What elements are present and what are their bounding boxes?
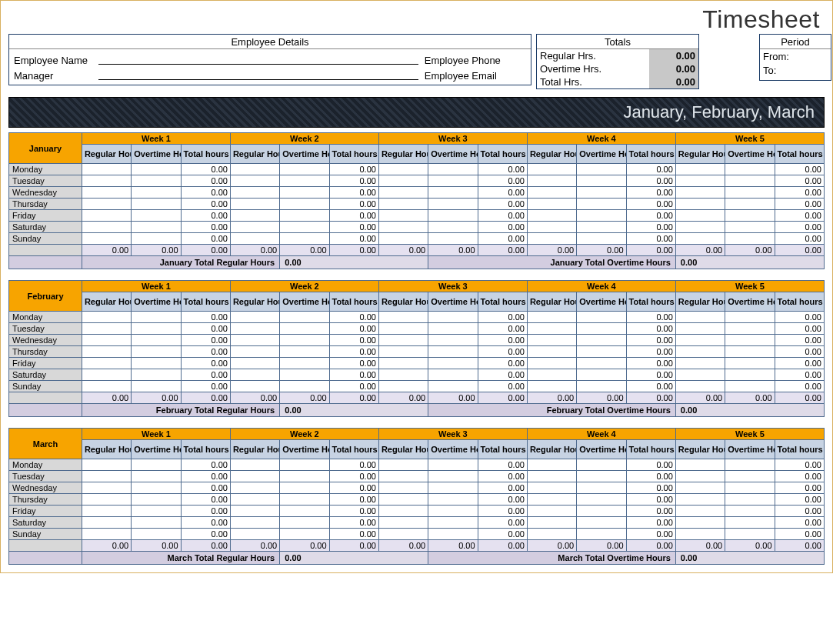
cell[interactable]: [527, 358, 576, 369]
cell[interactable]: 0.00: [626, 540, 675, 552]
cell[interactable]: 0.00: [725, 392, 775, 404]
cell[interactable]: [428, 233, 478, 245]
cell[interactable]: [428, 471, 478, 482]
cell[interactable]: [378, 529, 428, 540]
cell[interactable]: 0.00: [181, 506, 230, 517]
cell[interactable]: [428, 346, 478, 358]
cell[interactable]: 0.00: [329, 175, 378, 187]
cell[interactable]: 0.00: [132, 540, 181, 552]
cell[interactable]: [82, 517, 131, 529]
cell[interactable]: [280, 529, 329, 540]
cell[interactable]: [132, 381, 181, 392]
cell[interactable]: 0.00: [675, 392, 725, 404]
cell[interactable]: 0.00: [775, 506, 824, 517]
cell[interactable]: 0.00: [626, 369, 675, 381]
cell[interactable]: [675, 164, 725, 175]
cell[interactable]: [280, 222, 329, 233]
cell[interactable]: [280, 506, 329, 517]
cell[interactable]: [675, 459, 725, 471]
cell[interactable]: [280, 358, 329, 369]
cell[interactable]: 0.00: [775, 459, 824, 471]
cell[interactable]: [577, 233, 626, 245]
cell[interactable]: [577, 358, 626, 369]
cell[interactable]: [82, 210, 131, 222]
cell[interactable]: 0.00: [329, 517, 378, 529]
cell[interactable]: [577, 529, 626, 540]
cell[interactable]: 0.00: [181, 517, 230, 529]
cell[interactable]: 0.00: [428, 392, 478, 404]
cell[interactable]: [428, 494, 478, 506]
cell[interactable]: 0.00: [775, 233, 824, 245]
cell[interactable]: 0.00: [626, 392, 675, 404]
cell[interactable]: 0.00: [775, 369, 824, 381]
cell[interactable]: 0.00: [626, 381, 675, 392]
cell[interactable]: [280, 233, 329, 245]
cell[interactable]: [132, 312, 181, 323]
cell[interactable]: 0.00: [181, 312, 230, 323]
cell[interactable]: 0.00: [329, 346, 378, 358]
cell[interactable]: 0.00: [478, 222, 527, 233]
cell[interactable]: 0.00: [378, 245, 428, 256]
cell[interactable]: 0.00: [775, 529, 824, 540]
cell[interactable]: [280, 312, 329, 323]
cell[interactable]: 0.00: [626, 323, 675, 335]
cell[interactable]: [132, 233, 181, 245]
cell[interactable]: 0.00: [132, 245, 181, 256]
cell[interactable]: [428, 529, 478, 540]
cell[interactable]: [675, 482, 725, 494]
cell[interactable]: [577, 346, 626, 358]
cell[interactable]: [725, 482, 775, 494]
cell[interactable]: [527, 323, 576, 335]
cell[interactable]: [280, 335, 329, 346]
cell[interactable]: [378, 471, 428, 482]
cell[interactable]: 0.00: [577, 245, 626, 256]
cell[interactable]: [230, 471, 279, 482]
cell[interactable]: [280, 381, 329, 392]
cell[interactable]: 0.00: [181, 392, 230, 404]
cell[interactable]: [675, 233, 725, 245]
cell[interactable]: [230, 164, 279, 175]
cell[interactable]: 0.00: [181, 222, 230, 233]
cell[interactable]: 0.00: [478, 210, 527, 222]
cell[interactable]: 0.00: [230, 540, 279, 552]
cell[interactable]: [675, 506, 725, 517]
cell[interactable]: [577, 482, 626, 494]
cell[interactable]: 0.00: [329, 482, 378, 494]
cell[interactable]: 0.00: [775, 222, 824, 233]
cell[interactable]: 0.00: [478, 517, 527, 529]
cell[interactable]: [280, 199, 329, 210]
cell[interactable]: [82, 369, 131, 381]
cell[interactable]: 0.00: [478, 233, 527, 245]
cell[interactable]: 0.00: [329, 199, 378, 210]
cell[interactable]: [675, 312, 725, 323]
cell[interactable]: [230, 346, 279, 358]
cell[interactable]: [82, 482, 131, 494]
cell[interactable]: [280, 175, 329, 187]
cell[interactable]: [132, 222, 181, 233]
cell[interactable]: [725, 346, 775, 358]
cell[interactable]: [577, 335, 626, 346]
cell[interactable]: 0.00: [329, 164, 378, 175]
cell[interactable]: 0.00: [181, 346, 230, 358]
cell[interactable]: 0.00: [577, 392, 626, 404]
cell[interactable]: [132, 517, 181, 529]
cell[interactable]: [132, 506, 181, 517]
cell[interactable]: [675, 222, 725, 233]
cell[interactable]: [725, 323, 775, 335]
cell[interactable]: 0.00: [181, 529, 230, 540]
cell[interactable]: 0.00: [775, 540, 824, 552]
cell[interactable]: 0.00: [82, 392, 131, 404]
cell[interactable]: 0.00: [181, 199, 230, 210]
cell[interactable]: [428, 199, 478, 210]
cell[interactable]: [378, 346, 428, 358]
cell[interactable]: 0.00: [626, 358, 675, 369]
cell[interactable]: 0.00: [329, 210, 378, 222]
cell[interactable]: [725, 381, 775, 392]
cell[interactable]: [428, 164, 478, 175]
cell[interactable]: 0.00: [378, 392, 428, 404]
cell[interactable]: 0.00: [775, 358, 824, 369]
cell[interactable]: 0.00: [329, 245, 378, 256]
cell[interactable]: 0.00: [181, 482, 230, 494]
cell[interactable]: [527, 222, 576, 233]
cell[interactable]: 0.00: [478, 369, 527, 381]
